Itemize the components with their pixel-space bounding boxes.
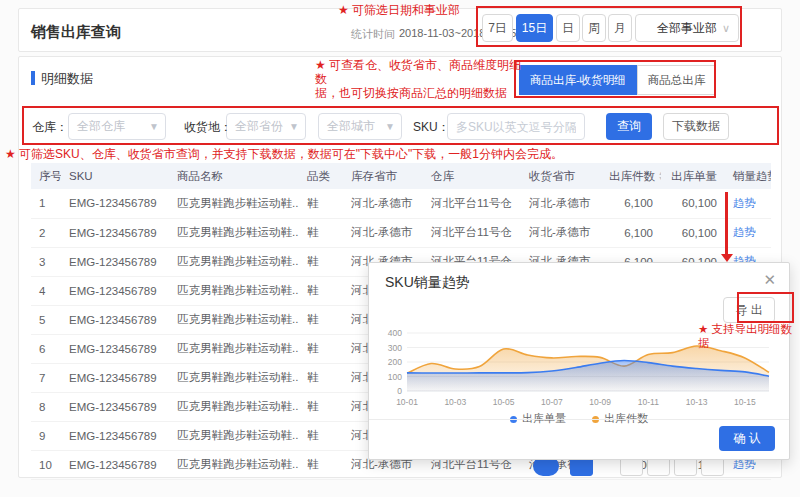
close-icon[interactable]: ✕ [763, 271, 776, 289]
section-title: 明细数据 [41, 70, 93, 88]
column-header-出库件数[interactable]: 出库件数▲▼ [601, 163, 661, 189]
chevron-down-icon: ∨ [722, 15, 730, 41]
cell-category: 鞋 [299, 276, 343, 305]
svg-text:100: 100 [388, 372, 402, 382]
cell-name: 匹克男鞋跑步鞋运动鞋... [169, 189, 299, 218]
range-button-15日[interactable]: 15日 [516, 14, 553, 42]
cell-no: 9 [31, 421, 61, 450]
cell-sku: EMG-123456789 [61, 247, 169, 276]
svg-text:10-13: 10-13 [686, 397, 708, 407]
popup-footer: 确 认 [369, 419, 789, 459]
province-select[interactable]: 全部省份 ▼ [226, 113, 306, 140]
cell-no: 6 [31, 334, 61, 363]
cell-no: 10 [31, 450, 61, 479]
column-header-出库单量: 出库单量 [661, 163, 725, 189]
cell-sku: EMG-123456789 [61, 392, 169, 421]
cell-category: 鞋 [299, 450, 343, 479]
cell-name: 匹克男鞋跑步鞋运动鞋... [169, 276, 299, 305]
svg-text:300: 300 [388, 343, 402, 353]
cell-name: 匹克男鞋跑步鞋运动鞋... [169, 218, 299, 247]
cell-no: 3 [31, 247, 61, 276]
cell-category: 鞋 [299, 421, 343, 450]
export-button[interactable]: 导 出 [723, 297, 775, 323]
department-select[interactable]: 全部事业部 ∨ [635, 14, 739, 42]
chevron-down-icon: ▼ [289, 114, 299, 139]
range-button-7日[interactable]: 7日 [482, 14, 513, 42]
warehouse-filter-label: 仓库： [32, 119, 68, 136]
cell-sku: EMG-123456789 [61, 189, 169, 218]
cell-category: 鞋 [299, 363, 343, 392]
cell-pieces: 6,100 [601, 189, 661, 218]
cell-sku: EMG-123456789 [61, 421, 169, 450]
page-title: 销售出库查询 [31, 23, 121, 42]
svg-text:0: 0 [397, 386, 402, 396]
chevron-down-icon: ▼ [385, 114, 395, 139]
cell-orders: 60,100 [661, 189, 725, 218]
table-row: 1EMG-123456789匹克男鞋跑步鞋运动鞋...鞋河北-承德市河北平台11… [31, 189, 771, 218]
column-header-SKU: SKU [61, 163, 169, 189]
cell-name: 匹克男鞋跑步鞋运动鞋... [169, 305, 299, 334]
cell-sku: EMG-123456789 [61, 305, 169, 334]
cell-category: 鞋 [299, 334, 343, 363]
cell-sku: EMG-123456789 [61, 363, 169, 392]
cell-category: 鞋 [299, 247, 343, 276]
receiver-filter-label: 收货地： [184, 119, 232, 136]
chevron-down-icon: ▼ [149, 114, 159, 139]
download-data-button[interactable]: 下载数据 [663, 113, 729, 140]
column-header-库存省市: 库存省市 [343, 163, 423, 189]
tab-商品总出库[interactable]: 商品总出库 [637, 65, 717, 95]
svg-text:400: 400 [388, 328, 402, 338]
cell-name: 匹克男鞋跑步鞋运动鞋... [169, 421, 299, 450]
tab-商品出库-收货明细[interactable]: 商品出库-收货明细 [519, 65, 637, 95]
cell-warehouse: 河北平台11号仓 [423, 218, 521, 247]
confirm-button[interactable]: 确 认 [719, 426, 775, 451]
detail-tabs: 商品出库-收货明细商品总出库 [519, 65, 716, 95]
column-header-商品名称: 商品名称 [169, 163, 299, 189]
annotation-arrow [725, 192, 728, 256]
annotation-filter-note: ★ 可筛选SKU、仓库、收货省市查询，并支持下载数据，数据可在"下载中心"下载，… [5, 147, 563, 161]
svg-text:10-11: 10-11 [638, 397, 659, 407]
department-select-value: 全部事业部 [657, 21, 717, 35]
column-header-品类: 品类 [299, 163, 343, 189]
trend-link[interactable]: 趋势 [733, 226, 756, 238]
city-select[interactable]: 全部城市 ▼ [318, 113, 402, 140]
cell-trend: 趋势 [725, 218, 771, 247]
annotation-date-note: ★ 可筛选日期和事业部 [338, 3, 460, 17]
svg-text:10-05: 10-05 [493, 397, 515, 407]
cell-sku: EMG-123456789 [61, 276, 169, 305]
warehouse-select[interactable]: 全部仓库 ▼ [68, 113, 166, 140]
cell-orders: 60,100 [661, 218, 725, 247]
sort-icon[interactable]: ▲▼ [658, 171, 661, 181]
range-button-月[interactable]: 月 [608, 14, 632, 42]
trend-link[interactable]: 趋势 [733, 197, 756, 209]
column-header-销量趋势: 销量趋势 [725, 163, 771, 189]
sku-input[interactable] [447, 113, 585, 140]
cell-stock_province: 河北-承德市 [343, 218, 423, 247]
range-button-日[interactable]: 日 [556, 14, 580, 42]
range-button-周[interactable]: 周 [582, 14, 606, 42]
cell-stock_province: 河北-承德市 [343, 189, 423, 218]
cell-recv_province: 河北-承德市 [521, 218, 601, 247]
cell-no: 5 [31, 305, 61, 334]
cell-no: 4 [31, 276, 61, 305]
cell-sku: EMG-123456789 [61, 450, 169, 479]
warehouse-select-value: 全部仓库 [77, 119, 125, 133]
cell-sku: EMG-123456789 [61, 334, 169, 363]
cell-name: 匹克男鞋跑步鞋运动鞋... [169, 392, 299, 421]
cell-name: 匹克男鞋跑步鞋运动鞋... [169, 363, 299, 392]
cell-category: 鞋 [299, 189, 343, 218]
svg-text:10-03: 10-03 [444, 397, 466, 407]
svg-text:10-01: 10-01 [396, 397, 418, 407]
cell-category: 鞋 [299, 305, 343, 334]
query-button[interactable]: 查询 [606, 113, 652, 140]
stat-time-label: 统计时间 [351, 27, 395, 42]
annotation-detail-note: ★ 可查看仓、收货省市、商品维度明细数 据，也可切换按商品汇总的明细数据 [315, 58, 529, 100]
svg-text:200: 200 [388, 357, 402, 367]
svg-text:10-09: 10-09 [589, 397, 611, 407]
cell-no: 8 [31, 392, 61, 421]
cell-category: 鞋 [299, 392, 343, 421]
table-row: 2EMG-123456789匹克男鞋跑步鞋运动鞋...鞋河北-承德市河北平台11… [31, 218, 771, 247]
cell-name: 匹克男鞋跑步鞋运动鞋... [169, 334, 299, 363]
cell-pieces: 6,100 [601, 218, 661, 247]
section-accent-bar [31, 71, 35, 85]
